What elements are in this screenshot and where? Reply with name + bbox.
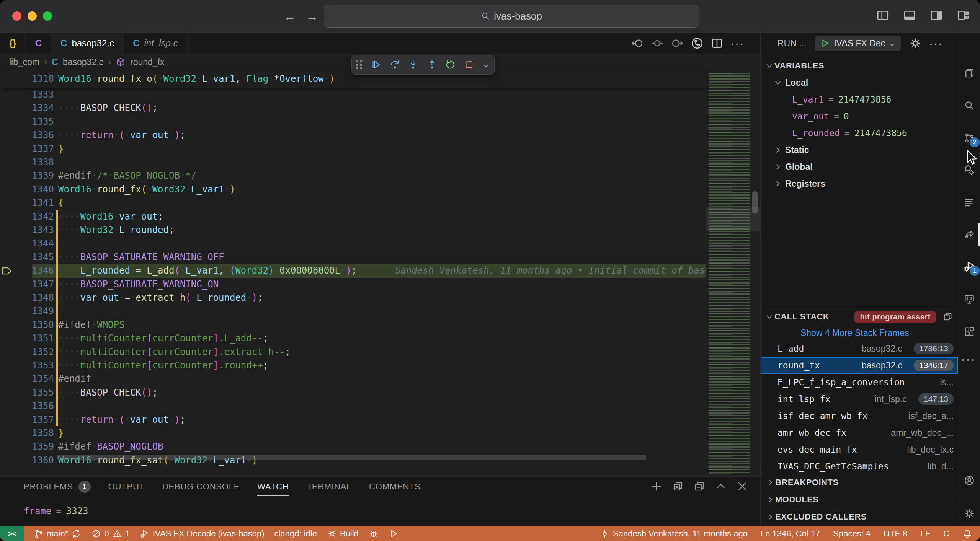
stack-frame[interactable]: round_fxbasop32.c1346:17 <box>761 357 958 374</box>
variable-row[interactable]: L_var1=2147473856 <box>761 91 958 108</box>
breadcrumb[interactable]: lib_com › C basop32.c › round_fx <box>0 54 165 70</box>
variable-group-global[interactable]: Global <box>761 158 958 175</box>
code-line[interactable]: 1339#endif·/*·BASOP_NOGLOB·*/ <box>0 169 706 183</box>
code-line[interactable]: 1359#ifdef·BASOP_NOGLOB <box>0 440 706 454</box>
start-debug-icon[interactable] <box>820 38 830 48</box>
remote-indicator[interactable]: >< <box>0 526 24 541</box>
run-more-actions-icon[interactable]: ··· <box>929 37 943 50</box>
stack-frame[interactable]: evs_dec_main_fxlib_dec_fx.c <box>761 441 958 458</box>
output-lines-icon[interactable] <box>964 196 975 208</box>
explorer-icon[interactable] <box>964 67 975 79</box>
section-modules[interactable]: MODULES <box>761 491 958 508</box>
cursor-position-status[interactable]: Ln 1346, Col 17 <box>761 529 820 539</box>
breadcrumb-file[interactable]: basop32.c <box>63 57 103 67</box>
code-line[interactable]: 1345····BASOP_SATURATE_WARNING_OFF <box>0 251 706 264</box>
variables-header[interactable]: VARIABLES <box>761 57 958 74</box>
panel-tab-output[interactable]: OUTPUT <box>108 477 145 497</box>
open-changes-icon[interactable] <box>691 37 704 50</box>
stack-frame[interactable]: int_lsp_fxint_lsp.c147:13 <box>761 391 958 407</box>
panel-tab-debug-console[interactable]: DEBUG CONSOLE <box>162 477 240 497</box>
variable-group-local[interactable]: Local <box>761 74 958 91</box>
code-viewport[interactable]: 13331334····BASOP_CHECK();13351336····re… <box>0 88 706 476</box>
show-more-frames-link[interactable]: Show 4 More Stack Frames <box>761 326 958 340</box>
tab-pinned-1[interactable]: C <box>26 33 51 54</box>
code-line[interactable]: 1340Word16·round_fx(·Word32·L_var1·) <box>0 183 706 197</box>
step-over-button[interactable] <box>390 59 400 71</box>
vertical-scrollbar[interactable] <box>752 191 758 213</box>
more-views-icon[interactable]: ··· <box>961 354 976 367</box>
code-line[interactable]: 1357····return·(·var_out·); <box>0 413 706 427</box>
command-center-search[interactable]: ivas-basop <box>324 5 699 28</box>
variable-group-registers[interactable]: Registers <box>761 175 958 192</box>
extensions-icon[interactable] <box>964 326 975 337</box>
indentation-status[interactable]: Spaces: 4 <box>833 529 871 539</box>
navigate-back-circle-icon[interactable] <box>631 37 644 50</box>
live-share-icon[interactable] <box>964 228 975 240</box>
history-forward-button[interactable]: → <box>305 9 319 24</box>
code-line[interactable]: 1351····multiCounter[currCounter].L_add-… <box>0 332 706 345</box>
build-status[interactable]: Build <box>327 529 359 539</box>
search-icon[interactable] <box>964 100 975 111</box>
clangd-status[interactable]: clangd: idle <box>274 529 317 539</box>
debug-toolbar-chevron-icon[interactable]: ⌄ <box>483 60 490 70</box>
tab-pinned-0[interactable]: {} <box>0 33 26 54</box>
code-line[interactable]: 1355····BASOP_CHECK(); <box>0 386 706 400</box>
minimap[interactable] <box>706 71 760 476</box>
sync-icon[interactable] <box>71 529 81 539</box>
stack-frame[interactable]: IVAS_DEC_GetTcSampleslib_d... <box>761 458 958 475</box>
breadcrumb-symbol[interactable]: round_fx <box>130 57 165 67</box>
code-line[interactable]: 1356 <box>0 399 706 413</box>
history-back-button[interactable]: ← <box>283 9 297 24</box>
toggle-panel-icon[interactable] <box>903 8 916 22</box>
debug-bug-button[interactable] <box>369 529 379 539</box>
language-mode-status[interactable]: C <box>943 529 949 539</box>
horizontal-scrollbar[interactable] <box>57 455 646 460</box>
debug-config-status[interactable]: IVAS FX Decode (ivas-basop) <box>140 529 265 539</box>
code-line[interactable]: 1333 <box>0 88 706 102</box>
code-line[interactable]: 1349 <box>0 305 706 318</box>
add-watch-expression-icon[interactable] <box>651 481 662 492</box>
watch-expression[interactable]: frame = 3323 <box>24 506 88 517</box>
section-breakpoints[interactable]: BREAKPOINTS <box>761 474 958 490</box>
tab-basop32-c[interactable]: Cbasop32.c <box>51 33 124 54</box>
code-line[interactable]: 1336····return·(·var_out·); <box>0 129 706 142</box>
panel-tab-problems[interactable]: PROBLEMS1 <box>24 477 91 497</box>
code-line[interactable]: 1350#ifdef·WMOPS <box>0 318 706 332</box>
window-maximize-button[interactable] <box>43 11 52 21</box>
blame-status[interactable]: Sandesh Venkatesh, 11 months ago <box>600 529 748 539</box>
code-line[interactable]: 1343····Word32·L_rounded; <box>0 223 706 237</box>
code-line[interactable]: 1344 <box>0 237 706 251</box>
eol-status[interactable]: LF <box>920 529 930 539</box>
copy-callstack-icon[interactable] <box>942 311 953 322</box>
code-line[interactable]: 1334····BASOP_CHECK(); <box>0 101 706 115</box>
tab-int_lsp-c[interactable]: Cint_lsp.c <box>124 33 187 54</box>
current-change-icon[interactable] <box>651 37 664 50</box>
stop-button[interactable] <box>464 59 474 71</box>
close-panel-icon[interactable] <box>737 481 748 492</box>
toggle-primary-sidebar-icon[interactable] <box>876 8 890 22</box>
code-line[interactable]: 1338 <box>0 156 706 169</box>
code-line[interactable]: 1352····multiCounter[currCounter].extrac… <box>0 345 706 359</box>
code-line[interactable]: 1354#endif <box>0 372 706 386</box>
code-line[interactable]: 1347····BASOP_SATURATE_WARNING_ON <box>0 278 706 292</box>
customize-layout-icon[interactable] <box>956 8 970 22</box>
debug-settings-gear-icon[interactable] <box>909 37 921 49</box>
toggle-secondary-sidebar-icon[interactable] <box>929 8 943 22</box>
source-control-icon[interactable]: 2 <box>964 132 975 143</box>
code-line[interactable]: 1337} <box>0 142 706 156</box>
stack-frame[interactable]: E_LPC_f_isp_a_conversionls... <box>761 374 958 391</box>
section-excluded-callers[interactable]: EXCLUDED CALLERS <box>761 508 958 525</box>
remote-explorer-icon[interactable] <box>964 293 975 305</box>
window-close-button[interactable] <box>12 11 21 21</box>
variable-row[interactable]: var_out=0 <box>761 108 958 125</box>
remove-all-expressions-icon[interactable] <box>672 481 684 492</box>
window-minimize-button[interactable] <box>28 11 37 21</box>
variable-row[interactable]: L_rounded=2147473856 <box>761 125 958 142</box>
maximize-panel-icon[interactable] <box>715 481 727 492</box>
panel-tab-terminal[interactable]: TERMINAL <box>306 477 351 497</box>
split-editor-icon[interactable] <box>710 37 724 50</box>
run-task-button[interactable] <box>389 529 399 539</box>
code-line[interactable]: 1346····L_rounded·=·L_add(·L_var1,·(Word… <box>0 264 706 278</box>
restart-button[interactable] <box>445 59 456 71</box>
code-line[interactable]: 1358} <box>0 427 706 440</box>
